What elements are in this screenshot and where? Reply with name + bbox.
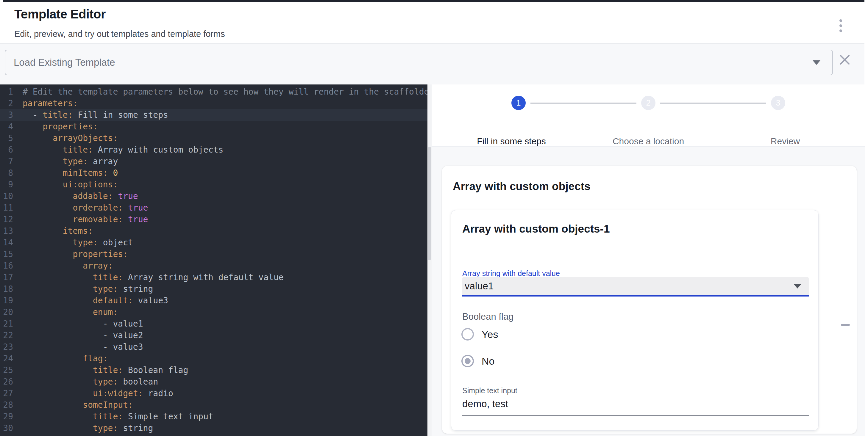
page-title: Template Editor bbox=[14, 7, 106, 22]
code-line[interactable]: 18 type: string bbox=[0, 283, 428, 295]
load-existing-template-select[interactable]: Load Existing Template bbox=[5, 50, 833, 75]
code-line[interactable]: 30 type: string bbox=[0, 422, 428, 434]
radio-option-label: Yes bbox=[482, 329, 498, 340]
code-line[interactable]: 4 properties: bbox=[0, 121, 428, 132]
code-line[interactable]: 22 - value2 bbox=[0, 330, 428, 341]
line-number: 11 bbox=[0, 202, 13, 213]
stepper-track: 123 bbox=[512, 85, 785, 110]
step-circle-3[interactable]: 3 bbox=[771, 96, 785, 110]
code-line[interactable]: 12 removable: true bbox=[0, 213, 428, 225]
line-number: 20 bbox=[0, 306, 13, 318]
boolean-field-label: Boolean flag bbox=[462, 311, 514, 322]
remove-array-item-button[interactable] bbox=[838, 317, 852, 332]
line-number: 14 bbox=[0, 237, 13, 248]
line-number: 27 bbox=[0, 388, 13, 399]
radio-option-yes[interactable]: Yes bbox=[461, 328, 498, 341]
code-line[interactable]: 14 type: object bbox=[0, 237, 428, 248]
code-line[interactable]: 23 - value3 bbox=[0, 341, 428, 353]
code-line[interactable]: 7 type: array bbox=[0, 156, 428, 167]
code-line[interactable]: 29 title: Simple text input bbox=[0, 411, 428, 422]
line-number: 5 bbox=[0, 132, 13, 144]
page-scrollbar-track[interactable] bbox=[865, 0, 868, 436]
line-number: 21 bbox=[0, 318, 13, 330]
line-number: 12 bbox=[0, 213, 13, 225]
array-item-title: Array with custom objects-1 bbox=[462, 223, 610, 235]
code-line[interactable]: 24 flag: bbox=[0, 353, 428, 364]
code-line[interactable]: 9 ui:options: bbox=[0, 179, 428, 190]
kebab-dot-icon bbox=[839, 24, 842, 27]
preview-panel: 123 Fill in some stepsChoose a locationR… bbox=[432, 85, 865, 436]
line-number: 22 bbox=[0, 330, 13, 341]
line-number: 15 bbox=[0, 248, 13, 260]
radio-unselected-icon bbox=[461, 328, 474, 340]
code-editor[interactable]: 1# Edit the template parameters below to… bbox=[0, 85, 428, 436]
code-line[interactable]: 5 arrayObjects: bbox=[0, 132, 428, 144]
code-line[interactable]: 8 minItems: 0 bbox=[0, 167, 428, 179]
select-field-value: value1 bbox=[465, 277, 494, 295]
kebab-dot-icon bbox=[839, 29, 842, 32]
step-connector bbox=[660, 103, 766, 103]
form-area: Array with custom objects Array with cus… bbox=[432, 146, 865, 436]
code-line[interactable]: 16 array: bbox=[0, 260, 428, 272]
code-line[interactable]: 13 items: bbox=[0, 225, 428, 237]
line-number: 25 bbox=[0, 364, 13, 376]
more-options-button[interactable] bbox=[834, 16, 848, 35]
code-line[interactable]: 28 someInput: bbox=[0, 399, 428, 411]
close-icon bbox=[836, 52, 853, 68]
code-line[interactable]: 26 type: boolean bbox=[0, 376, 428, 388]
line-number: 28 bbox=[0, 399, 13, 411]
array-string-select[interactable]: value1 bbox=[462, 277, 809, 297]
code-line[interactable]: 25 title: Boolean flag bbox=[0, 364, 428, 376]
text-input-underline bbox=[462, 415, 809, 416]
line-number: 23 bbox=[0, 341, 13, 353]
code-line[interactable]: 20 enum: bbox=[0, 306, 428, 318]
line-number: 17 bbox=[0, 272, 13, 283]
page-subtitle: Edit, preview, and try out templates and… bbox=[14, 29, 225, 39]
form-section-card: Array with custom objects Array with cus… bbox=[442, 166, 857, 434]
load-template-bar: Load Existing Template bbox=[0, 43, 864, 85]
code-line[interactable]: 19 default: value3 bbox=[0, 295, 428, 306]
line-number: 3 bbox=[0, 109, 13, 121]
array-item-card: Array with custom objects-1 Array string… bbox=[451, 210, 818, 431]
line-number: 29 bbox=[0, 411, 13, 422]
step-label: Choose a location bbox=[613, 136, 684, 146]
code-line[interactable]: 2parameters: bbox=[0, 98, 428, 109]
code-line[interactable]: 15 properties: bbox=[0, 248, 428, 260]
code-line[interactable]: 17 title: Array string with default valu… bbox=[0, 272, 428, 283]
stepper: 123 Fill in some stepsChoose a locationR… bbox=[432, 85, 865, 146]
main-split: 1# Edit the template parameters below to… bbox=[0, 85, 868, 436]
line-number: 19 bbox=[0, 295, 13, 306]
code-line[interactable]: 6 title: Array with custom objects bbox=[0, 144, 428, 156]
line-number: 24 bbox=[0, 353, 13, 364]
step-connector bbox=[530, 103, 637, 103]
code-line[interactable]: 3 - title: Fill in some steps bbox=[0, 109, 428, 121]
line-number: 4 bbox=[0, 121, 13, 132]
code-lines: 1# Edit the template parameters below to… bbox=[0, 86, 428, 434]
code-line[interactable]: 11 orderable: true bbox=[0, 202, 428, 213]
editor-scrollbar[interactable] bbox=[428, 85, 432, 436]
radio-option-label: No bbox=[482, 356, 494, 367]
step-circle-1[interactable]: 1 bbox=[512, 96, 526, 110]
code-line[interactable]: 21 - value1 bbox=[0, 318, 428, 330]
step-label: Review bbox=[771, 136, 800, 146]
code-line[interactable]: 27 ui:widget: radio bbox=[0, 388, 428, 399]
header: Template Editor Edit, preview, and try o… bbox=[0, 2, 864, 43]
line-number: 7 bbox=[0, 156, 13, 167]
line-number: 13 bbox=[0, 225, 13, 237]
chevron-down-icon bbox=[794, 284, 801, 289]
editor-scrollbar-thumb[interactable] bbox=[428, 147, 431, 260]
simple-text-input[interactable]: demo, test bbox=[462, 398, 508, 409]
kebab-dot-icon bbox=[839, 19, 842, 22]
code-line[interactable]: 1# Edit the template parameters below to… bbox=[0, 86, 428, 98]
line-number: 18 bbox=[0, 283, 13, 295]
line-number: 9 bbox=[0, 179, 13, 190]
code-line[interactable]: 10 addable: true bbox=[0, 190, 428, 202]
clear-template-button[interactable] bbox=[836, 52, 853, 68]
radio-option-no[interactable]: No bbox=[461, 355, 494, 368]
chevron-down-icon bbox=[813, 60, 820, 65]
load-select-placeholder: Load Existing Template bbox=[14, 50, 115, 75]
line-number: 2 bbox=[0, 98, 13, 109]
line-number: 6 bbox=[0, 144, 13, 156]
line-number: 30 bbox=[0, 422, 13, 434]
step-circle-2[interactable]: 2 bbox=[641, 96, 655, 110]
